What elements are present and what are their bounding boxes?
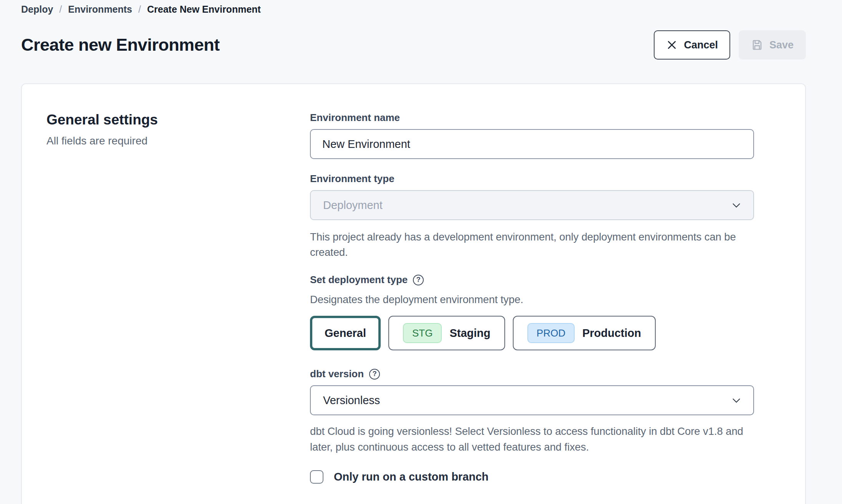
deployment-type-group: Set deployment type ? Designates the dep… [310,274,754,350]
chevron-down-icon [732,202,741,208]
help-icon[interactable]: ? [413,275,424,285]
staging-badge: STG [403,323,442,343]
custom-branch-label: Only run on a custom branch [334,471,489,483]
dbt-version-label-row: dbt version ? [310,368,754,380]
dbt-version-helper: dbt Cloud is going versionless! Select V… [310,424,754,454]
environment-name-label: Environment name [310,112,400,124]
environment-type-label: Environment type [310,173,394,185]
breadcrumb-separator: / [138,4,141,15]
deployment-type-production-button[interactable]: PROD Production [513,316,656,350]
breadcrumb-separator: / [59,4,62,15]
help-icon[interactable]: ? [369,369,380,380]
custom-branch-row: Only run on a custom branch [310,470,754,484]
header-actions: Cancel Save [654,30,806,60]
save-label: Save [769,39,794,51]
production-label: Production [582,327,641,340]
breadcrumb: Deploy / Environments / Create New Envir… [21,4,806,15]
save-icon [751,39,763,51]
deployment-type-label: Set deployment type [310,274,408,286]
save-button[interactable]: Save [739,30,806,60]
deployment-type-general-button[interactable]: General [310,316,381,350]
breadcrumb-environments[interactable]: Environments [68,4,132,15]
breadcrumb-deploy[interactable]: Deploy [21,4,53,15]
general-label: General [325,327,366,340]
section-heading: General settings [46,112,310,128]
dbt-version-group: dbt version ? Versionless dbt Cloud is g… [310,368,754,454]
create-environment-page: Deploy / Environments / Create New Envir… [0,0,842,504]
staging-label: Staging [449,327,490,340]
environment-type-select: Deployment [310,190,754,220]
deployment-type-options: General STG Staging PROD Production [310,316,754,350]
environment-type-group: Environment type Deployment This project… [310,173,754,260]
cancel-label: Cancel [684,39,718,51]
production-badge: PROD [527,323,575,343]
custom-branch-checkbox[interactable] [310,470,323,484]
card-grid: General settings All fields are required… [46,112,781,484]
deployment-type-helper: Designates the deployment environment ty… [310,292,754,307]
environment-name-input[interactable] [310,129,754,159]
page-title: Create new Environment [21,35,220,55]
cancel-button[interactable]: Cancel [654,30,730,60]
environment-name-group: Environment name [310,112,754,159]
page-header: Create new Environment Cancel Save [21,30,806,60]
breadcrumb-current-page: Create New Environment [147,4,261,15]
chevron-down-icon [732,398,741,403]
deployment-type-label-row: Set deployment type ? [310,274,754,286]
section-intro: General settings All fields are required [46,112,310,484]
environment-type-value: Deployment [323,199,383,212]
deployment-type-staging-button[interactable]: STG Staging [388,316,505,350]
close-icon [666,39,678,51]
general-settings-card: General settings All fields are required… [21,83,806,504]
environment-form: Environment name Environment type Deploy… [310,112,754,484]
dbt-version-value: Versionless [323,394,380,407]
dbt-version-label: dbt version [310,368,364,380]
section-subheading: All fields are required [46,135,310,147]
environment-type-helper: This project already has a development e… [310,229,754,260]
dbt-version-select[interactable]: Versionless [310,385,754,415]
